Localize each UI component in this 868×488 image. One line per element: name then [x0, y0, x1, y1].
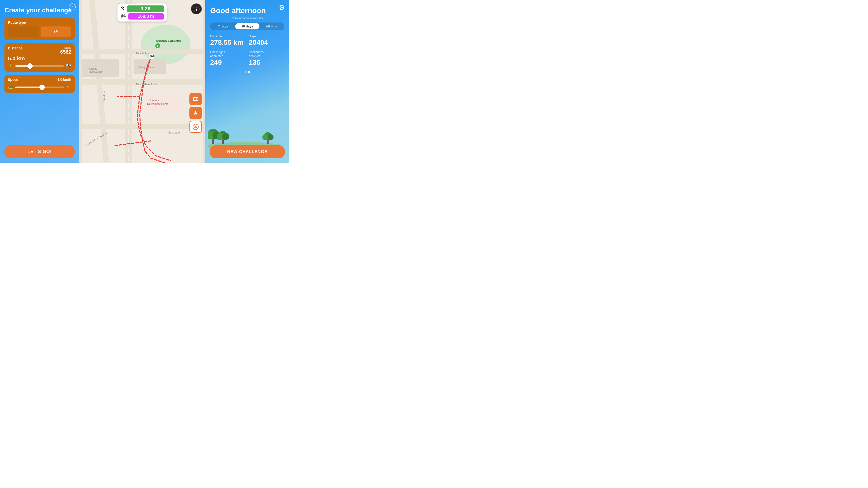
challenges-achieved-label: Challengesachieved — [249, 51, 284, 58]
svg-rect-7 — [82, 124, 203, 129]
settings-icon[interactable] — [278, 3, 286, 11]
right-panel: Good afternoon Your activity summary 7 d… — [205, 0, 289, 163]
distance-card: Distance Steps 6562 5.0 km 🚶 🏁 — [4, 43, 75, 72]
speed-slider-track[interactable] — [16, 87, 64, 88]
svg-text:Allenby: Allenby — [89, 67, 97, 70]
svg-rect-15 — [82, 59, 119, 77]
navigation-icon — [193, 110, 198, 116]
svg-text:Road Garage: Road Garage — [88, 70, 103, 73]
svg-text:Sandgate: Sandgate — [168, 131, 180, 134]
svg-text:Gilbey's Autos: Gilbey's Autos — [138, 66, 154, 69]
svg-text:●: ● — [157, 44, 158, 48]
challenges-attempted-label: Challengesattempted — [210, 51, 246, 58]
svg-marker-34 — [194, 111, 197, 115]
speed-header: Speed 5.0 km/h — [8, 77, 71, 82]
svg-point-51 — [268, 134, 274, 140]
compass-icon — [193, 5, 200, 12]
clock-icon: ⏱ — [120, 6, 125, 11]
left-panel: ? Create your challenge Route type → ↺ D… — [0, 0, 79, 163]
stats-grid: Distance 278.55 km Steps 20404 Challenge… — [210, 35, 284, 66]
distance-value: 5.0 km — [8, 55, 71, 62]
route-type-card: Route type → ↺ — [4, 18, 75, 40]
stat-challenges-achieved: Challengesachieved 136 — [249, 51, 284, 66]
steps-value: 6562 — [60, 49, 71, 55]
dot-2 — [248, 71, 250, 73]
stat-distance: Distance 278.55 km — [210, 35, 246, 46]
challenges-attempted-value: 249 — [210, 59, 246, 66]
new-challenge-button[interactable]: NEW CHALLENGE — [210, 145, 285, 158]
greeting: Good afternoon — [210, 6, 284, 15]
speed-slider-row: 🐢 🏃 — [8, 85, 71, 90]
speed-card: Speed 5.0 km/h 🐢 🏃 — [4, 75, 75, 93]
period-tabs: 7 days 30 days All time — [210, 23, 284, 30]
svg-text:Ashton Gardens: Ashton Gardens — [156, 39, 181, 43]
page-title: Create your challenge — [4, 6, 75, 14]
svg-text:Moorings: Moorings — [148, 99, 160, 102]
svg-point-50 — [262, 134, 268, 140]
popup-time-value: 9:26 — [127, 5, 164, 12]
location-button[interactable] — [189, 107, 202, 119]
steps-stat-label: Steps — [249, 35, 284, 38]
speed-label: Speed — [8, 77, 18, 82]
challenges-achieved-value: 136 — [249, 59, 284, 66]
route-type-buttons: → ↺ — [8, 27, 71, 37]
svg-text:Retirement Home: Retirement Home — [147, 102, 168, 105]
popup-time-row: ⏱ 9:26 — [120, 5, 164, 12]
scenery-illustration — [208, 116, 282, 148]
dot-1 — [245, 71, 247, 73]
map-icon — [193, 96, 198, 102]
steps-label: Steps — [64, 46, 71, 49]
route-loop-button[interactable]: ↺ — [40, 27, 71, 37]
map-compass — [191, 3, 202, 14]
arrow-right-icon: → — [21, 29, 26, 35]
svg-text:Beach Road: Beach Road — [136, 52, 151, 55]
stat-challenges-attempted: Challengesattempted 249 — [210, 51, 246, 66]
svg-point-37 — [195, 126, 196, 127]
speed-meter-button[interactable] — [189, 121, 202, 133]
svg-rect-31 — [193, 98, 198, 101]
speed-value: 5.0 km/h — [57, 77, 71, 82]
svg-text:Devonshire Road: Devonshire Road — [136, 83, 157, 86]
popup-dist-row: 🏁 169.3 m — [120, 13, 164, 20]
map-actions — [189, 93, 202, 133]
svg-text:🏁: 🏁 — [150, 54, 154, 59]
loop-icon: ↺ — [54, 29, 58, 35]
route-one-way-button[interactable]: → — [8, 27, 38, 37]
speedometer-icon — [192, 124, 199, 130]
map-view-button[interactable] — [189, 93, 202, 105]
svg-point-1 — [141, 25, 190, 64]
dots-indicator — [210, 71, 284, 73]
distance-slider-track[interactable] — [16, 65, 64, 67]
map-panel: Ashton Gardens St Leonard's Road W Devon… — [79, 0, 205, 163]
distance-header: Distance Steps 6562 — [8, 46, 71, 55]
walk-icon: 🚶 — [8, 63, 13, 69]
turtle-icon: 🐢 — [8, 85, 13, 90]
svg-point-38 — [281, 7, 283, 8]
tab-7days[interactable]: 7 days — [211, 23, 235, 29]
finish-flag-icon: 🏁 — [120, 14, 126, 19]
speed-slider-thumb[interactable] — [39, 85, 45, 90]
distance-stat-value: 278.55 km — [210, 39, 246, 46]
distance-slider-row: 🚶 🏁 — [8, 63, 71, 69]
map-background: Ashton Gardens St Leonard's Road W Devon… — [79, 0, 205, 163]
flag-icon: 🏁 — [66, 63, 71, 69]
stat-steps: Steps 20404 — [249, 35, 284, 46]
popup-dist-value: 169.3 m — [128, 13, 164, 20]
map-popup: ⏱ 9:26 🏁 169.3 m — [118, 3, 167, 22]
tab-30days[interactable]: 30 days — [235, 23, 259, 29]
svg-text:St Andrew's: St Andrew's — [103, 90, 105, 103]
activity-subtitle: Your activity summary — [210, 16, 284, 20]
illustration — [205, 113, 289, 148]
lets-go-button[interactable]: LET'S GO! — [4, 145, 75, 158]
distance-label: Distance — [8, 46, 22, 50]
runner-icon: 🏃 — [66, 85, 71, 90]
svg-point-47 — [222, 133, 229, 140]
tab-alltime[interactable]: All time — [259, 23, 284, 29]
help-icon[interactable]: ? — [69, 3, 76, 10]
speed-slider-fill — [16, 87, 42, 88]
steps-stat-value: 20404 — [249, 39, 284, 46]
distance-stat-label: Distance — [210, 35, 246, 38]
route-type-label: Route type — [8, 21, 71, 25]
distance-slider-thumb[interactable] — [27, 63, 33, 69]
